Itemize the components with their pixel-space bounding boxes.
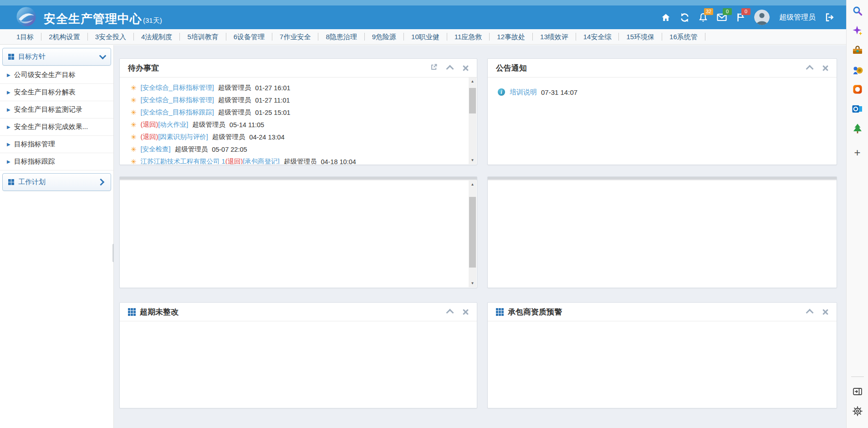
add-sidebar-item-icon[interactable]: + (850, 145, 865, 160)
mid-left-scrollbar[interactable]: ▲ ▼ (469, 180, 476, 287)
app-title: 安全生产管理中心 (44, 12, 142, 26)
mail-icon[interactable]: 0 (717, 12, 727, 22)
todo-item-link[interactable]: [安全综合_目标指标跟踪] (141, 108, 214, 117)
avatar[interactable] (754, 10, 770, 25)
panel-title: 待办事宜 (128, 63, 159, 73)
todo-item-user: 超级管理员 (218, 96, 251, 104)
todo-item: ✳ [安全检查] 超级管理员 05-07 22:05 (131, 143, 469, 155)
nav-item[interactable]: 2机构设置 (41, 33, 87, 41)
sidebar-menu-item[interactable]: ▶ 安全生产目标完成效果... (0, 119, 113, 136)
sidebar-menu-item[interactable]: ▶ 目标指标跟踪 (0, 153, 113, 170)
sidebar-menu-item[interactable]: ▶ 目标指标管理 (0, 136, 113, 153)
scrollbar-thumb[interactable] (469, 197, 476, 268)
module-nav: 1目标 2机构设置 3安全投入 4法规制度 5培训教育 6设备管理 7作业安全 … (0, 29, 846, 45)
todo-company-link[interactable]: 江苏江勘技术工程有限公司 1 (141, 157, 225, 164)
tools-icon[interactable] (850, 43, 865, 57)
settings-gear-icon[interactable] (850, 404, 865, 418)
games-icon[interactable] (850, 62, 865, 77)
todo-item-link[interactable]: [安全综合_目标指标管理] (141, 83, 214, 92)
notifications-bell-icon[interactable]: 32 (698, 12, 708, 22)
collapse-icon[interactable] (446, 65, 454, 73)
nav-item[interactable]: 6设备管理 (226, 33, 272, 41)
asterisk-icon: ✳ (131, 96, 137, 104)
scroll-up-icon[interactable]: ▲ (469, 77, 476, 85)
sidebar-menu-item[interactable]: ▶ 安全生产目标分解表 (0, 84, 113, 101)
nav-item[interactable]: 13绩效评 (533, 33, 576, 41)
search-icon[interactable] (850, 4, 865, 18)
close-icon[interactable] (463, 65, 469, 71)
grid-icon (8, 179, 14, 185)
current-user-label[interactable]: 超级管理员 (779, 13, 816, 22)
nav-item[interactable]: 7作业安全 (272, 33, 318, 41)
close-icon[interactable] (822, 65, 828, 71)
office-icon[interactable] (850, 82, 865, 97)
horizontal-scrollbar[interactable] (488, 177, 837, 180)
collapse-icon[interactable] (446, 309, 454, 317)
todo-item-link[interactable]: [安全检查] (141, 145, 171, 154)
refresh-icon[interactable] (679, 12, 689, 22)
asterisk-icon: ✳ (131, 158, 137, 165)
flag-icon[interactable]: 0 (735, 12, 745, 22)
nav-item[interactable]: 16系统管 (662, 33, 705, 41)
sidebar-menu-item[interactable]: ▶ 公司级安全生产目标 (0, 67, 113, 84)
nav-item[interactable]: 14安全综 (576, 33, 619, 41)
scrollbar-thumb[interactable] (469, 88, 476, 113)
close-icon[interactable] (822, 309, 828, 315)
home-icon[interactable] (661, 12, 671, 22)
todo-item-time: 05-14 11:05 (230, 121, 264, 129)
outlook-icon[interactable] (850, 102, 865, 116)
app-title-days: (31天) (143, 16, 162, 24)
nav-item[interactable]: 3安全投入 (88, 33, 134, 41)
asterisk-icon: ✳ (131, 133, 137, 141)
todo-item-user: 超级管理员 (175, 145, 208, 154)
copilot-sparkle-icon[interactable] (850, 23, 865, 38)
panel-todo: 待办事宜 ✳ [安全综合_目标指 (119, 58, 477, 165)
collapse-icon[interactable] (806, 65, 814, 73)
todo-item-user: 超级管理员 (212, 133, 245, 141)
todo-item: ✳ [安全综合_目标指标管理] 超级管理员 01-27 16:01 (131, 82, 469, 94)
triangle-bullet-icon: ▶ (7, 72, 10, 77)
page-title: 安全生产管理中心(31天) (44, 11, 162, 27)
asterisk-icon: ✳ (131, 84, 137, 92)
app-header: 安全生产管理中心(31天) 32 0 (0, 0, 846, 29)
asterisk-icon: ✳ (131, 121, 137, 129)
todo-returned-flag: (退回) (141, 133, 158, 141)
triangle-bullet-icon: ▶ (7, 90, 10, 95)
panel-contractor-header: 承包商资质预警 (488, 303, 837, 321)
triangle-bullet-icon: ▶ (7, 159, 10, 164)
nav-item[interactable]: 9危险源 (365, 33, 404, 41)
nav-item[interactable]: 1目标 (9, 33, 41, 41)
sidebar-menu-item[interactable]: ▶ 安全生产目标监测记录 (0, 101, 113, 119)
horizontal-scrollbar[interactable] (120, 177, 477, 180)
collapse-icon[interactable] (806, 309, 814, 317)
close-icon[interactable] (463, 309, 469, 315)
nav-item[interactable]: 4法规制度 (134, 33, 180, 41)
scroll-up-icon[interactable]: ▲ (469, 180, 476, 188)
nav-item[interactable]: 8隐患治理 (318, 33, 364, 41)
panel-contractor: 承包商资质预警 (487, 302, 837, 408)
nav-item[interactable]: 12事故处 (490, 33, 533, 41)
todo-scrollbar[interactable]: ▲ ▼ (469, 77, 476, 164)
nav-item[interactable]: 5培训教育 (180, 33, 226, 41)
open-panel-icon[interactable] (850, 384, 865, 399)
todo-item-link[interactable]: [安全综合_目标指标管理] (141, 96, 214, 104)
todo-item-time: 01-27 16:01 (255, 84, 290, 92)
todo-item: ✳ (退回) [动火作业] 超级管理员 05-14 11:05 (131, 119, 469, 131)
nav-item[interactable]: 11应急救 (447, 33, 490, 41)
external-link-icon[interactable] (431, 64, 437, 72)
notice-item-link[interactable]: 培训说明 (510, 88, 537, 97)
todo-item-link[interactable]: [承包商登记] (243, 157, 280, 164)
grid-icon (128, 308, 136, 316)
todo-item-time: 05-07 22:05 (212, 146, 247, 153)
sidebar-section-goal-policy[interactable]: 目标方针 (2, 48, 111, 66)
todo-item-link[interactable]: [动火作业] (158, 120, 188, 129)
logout-icon[interactable] (824, 12, 834, 22)
nav-item[interactable]: 15环境保 (619, 33, 662, 41)
scroll-down-icon[interactable]: ▼ (469, 279, 476, 287)
scroll-down-icon[interactable]: ▼ (469, 156, 476, 164)
panel-title: 承包商资质预警 (508, 307, 562, 317)
nav-item[interactable]: 10职业健 (404, 33, 447, 41)
todo-item-link[interactable]: [因素识别与评价] (158, 133, 208, 141)
tree-icon[interactable] (850, 121, 865, 136)
sidebar-section-work-plan[interactable]: 工作计划 (2, 173, 111, 191)
